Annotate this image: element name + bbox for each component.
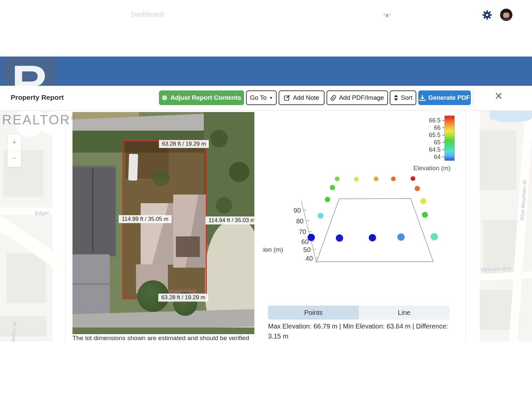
svg-text:50: 50 [303,246,311,253]
add-note-button[interactable]: Add Note [279,90,325,105]
avatar[interactable] [500,9,512,21]
svg-text:65: 65 [434,139,441,146]
chart-point [308,234,315,241]
svg-text:80: 80 [296,217,304,225]
dimension-label-bottom: 63.28 ft / 19.29 m [158,294,208,302]
chart-view-tabs: Points Line [268,306,450,320]
chart-point [415,186,420,191]
zoom-out-button[interactable]: − [8,151,21,167]
content-border-right [466,110,466,341]
map-strip-right: Blue Mountain St Delcatre Ave [480,110,532,341]
folder-icon[interactable] [450,9,460,19]
go-to-button[interactable]: Go To ▼ [246,90,277,105]
chart-point [397,233,405,241]
adjust-report-contents-button[interactable]: Adjust Report Contents [159,90,244,105]
live-training-label: Live Training [396,9,433,17]
svg-text:vation (m): vation (m) [263,246,283,253]
page-title: Property Report [11,93,64,101]
svg-text:64: 64 [434,154,441,160]
report-toolbar: Property Report Adjust Report Contents G… [0,86,532,111]
svg-text:65.5: 65.5 [429,132,441,138]
realtor-watermark-text: REALTOR® [2,112,76,127]
svg-text:90: 90 [294,207,301,214]
edit-note-icon [284,95,290,101]
header-divider-line [32,0,33,29]
chart-point [422,212,428,218]
app-name: AUTOPROP [59,9,115,20]
svg-text:Elevation (m): Elevation (m) [413,165,451,172]
svg-text:70: 70 [299,228,306,235]
toolbar-divider [473,90,473,106]
apps-grid-icon[interactable] [10,9,22,21]
map-strip-left: Edgar Gullby St + − [0,110,66,341]
svg-text:60: 60 [301,238,309,245]
live-training-link[interactable]: Live Training [382,8,433,18]
close-report-button[interactable]: × [495,89,502,102]
chart-point [369,234,376,241]
tab-line[interactable]: Line [359,306,450,320]
chart-point [354,177,359,182]
gear-icon [162,95,168,101]
zoom-in-button[interactable]: + [8,134,21,151]
map-water-area [490,110,532,122]
svg-text:64.5: 64.5 [429,146,441,153]
tab-points[interactable]: Points [268,306,359,320]
paperclip-icon [331,95,336,101]
settings-gear-icon[interactable] [481,9,493,21]
add-pdf-image-button[interactable]: Add PDF/Image [327,90,388,105]
dimension-label-top: 63.28 ft / 19.29 m [159,140,209,148]
breadcrumb[interactable]: Dashboard [131,11,164,18]
page: AUTOPROP Dashboard Live Training R [0,0,532,399]
elevation-stats: Max Elevation: 66.79 m | Min Elevation: … [268,321,450,341]
chart-point [420,198,426,204]
dimension-label-left: 114.99 ft / 35.05 m [119,215,172,223]
vehicle [128,154,138,181]
svg-text:66.5: 66.5 [429,117,441,124]
chart-point [325,197,330,202]
content-border-left [66,110,66,341]
aerial-photo: 63.28 ft / 19.29 m 114.99 ft / 35.05 m 1… [72,112,254,334]
app-header [0,57,532,86]
map-zoom-control: + − [7,134,21,167]
dimension-label-right: 114.94 ft / 35.03 m [205,216,254,224]
street-label: Edgar [35,210,49,216]
chart-point [318,213,324,219]
svg-text:66: 66 [434,124,441,131]
autoprop-logo-icon [42,7,57,23]
photo-caption: The lot dimensions shown are estimated a… [72,334,249,342]
chart-point [391,177,396,181]
elevation-chart: 66.56665.56564.564Elevation (m)908070605… [263,112,456,307]
download-icon [419,95,426,101]
sort-arrows-icon [394,95,398,101]
sort-button[interactable]: Sort [390,90,416,105]
chevron-down-icon: ▼ [269,96,273,100]
chart-point [330,185,335,190]
header-separator [124,9,124,20]
generate-pdf-button[interactable]: Generate PDF [418,90,471,105]
chart-point [411,176,415,181]
chart-point [374,177,378,181]
chart-point [335,177,339,181]
chart-point [431,233,438,240]
account-pill[interactable] [476,7,514,22]
live-training-icon [382,8,392,18]
chart-point [336,234,343,242]
svg-text:40: 40 [306,255,313,262]
